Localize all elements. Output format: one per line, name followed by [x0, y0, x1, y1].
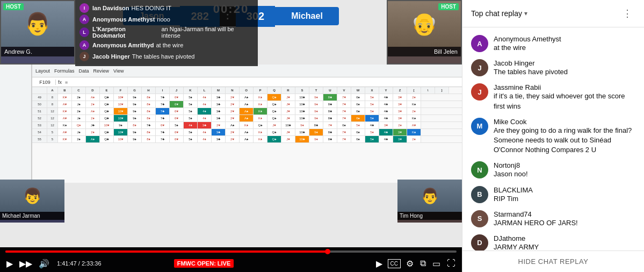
msg-content: Jacob Hinger The tables have pivoted — [494, 59, 635, 77]
progress-fill — [5, 250, 330, 253]
time-elapsed: 1:41:47 / 2:33:36 — [57, 260, 102, 267]
captions-button[interactable]: CC — [388, 259, 401, 268]
msg-content: Jassmine Rabii if it's a tie, they said … — [494, 83, 635, 111]
msg-name: Jacob Hinger — [494, 59, 635, 67]
chat-header: Top chat replay ▾ ⋮ — [462, 0, 644, 27]
msg-avatar: J — [471, 59, 488, 76]
video-controls: ▶ ▶▶ 🔊 1:41:47 / 2:33:36 FMWC OPEN: LIVE… — [0, 247, 462, 272]
cam-bottom-right: 👨 Tim Hong — [397, 180, 462, 223]
progress-bar[interactable] — [5, 250, 457, 253]
msg-text: at the wire — [494, 43, 635, 53]
video-chat-overlay: I Ian Davidson HES DOING IT A Anonymous … — [75, 0, 258, 66]
msg-name: Starmand74 — [494, 210, 635, 218]
msg-avatar: M — [471, 118, 488, 135]
play-button[interactable]: ▶ — [5, 257, 14, 270]
msg-name: Jassmine Rabii — [494, 83, 635, 91]
fullscreen-button[interactable]: ⛶ — [446, 257, 457, 269]
settings-button[interactable]: ⚙ — [405, 257, 415, 270]
msg-text: JARMAN HERO OF JARS! — [494, 218, 635, 228]
video-chat-item: A Anonymous Amrithyd at the wire — [79, 40, 254, 50]
video-chat-item: A Anonymous Amethyst nooo — [79, 15, 254, 24]
cam-right: HOST 👴 Bill Jelen — [387, 0, 462, 65]
msg-name: DJathome — [494, 234, 635, 242]
msg-name: BLACKLIMA — [494, 186, 635, 194]
miniplayer-button[interactable]: ⧉ — [419, 257, 427, 269]
chat-message-item: M Mike Cook Are they going to do a ring … — [462, 114, 644, 159]
chat-message-item: N Nortonj8 Jason noo! — [462, 158, 644, 182]
msg-avatar: J — [471, 83, 488, 101]
msg-text: The tables have pivoted — [494, 67, 635, 77]
cam-left: HOST 👨 Andrew G. — [0, 0, 75, 65]
player-right-name: Michael — [275, 7, 339, 25]
sheet-toolbar: Layout Formulas Data Review View — [32, 65, 462, 77]
video-chat-item: J Jacob Hinger The tables have pivoted — [79, 52, 254, 61]
chat-footer: HIDE CHAT REPLAY — [462, 250, 644, 272]
msg-text: Are they going to do a ring walk for the… — [494, 126, 635, 155]
msg-avatar: B — [471, 186, 488, 203]
msg-content: Starmand74 JARMAN HERO OF JARS! — [494, 210, 635, 228]
chat-message-item: D DJathome JARMY ARMY — [462, 231, 644, 250]
video-main: 49505152535455 Layout Formulas Data Revi… — [0, 0, 462, 247]
progress-dot — [325, 249, 330, 254]
msg-text: RIP Tim — [494, 194, 635, 204]
chat-messages[interactable]: A Anonymous Amethyst at the wire J Jacob… — [462, 27, 644, 250]
chat-message-item: A Anonymous Amethyst at the wire — [462, 32, 644, 56]
spreadsheet-main: ABCDEFGHIJKLMNOPQRSTUVWXYZ[\]498K♥2♠A♦Q♣… — [32, 87, 462, 183]
controls-right: ▶ CC ⚙ ⧉ ▭ ⛶ — [375, 257, 457, 270]
msg-avatar: N — [471, 161, 488, 178]
msg-text: Jason noo! — [494, 169, 635, 179]
volume-button[interactable]: 🔊 — [38, 257, 50, 270]
chat-chevron-icon[interactable]: ▾ — [524, 10, 527, 17]
cam-bottom-left-name: Michael Jarman — [0, 212, 64, 220]
msg-name: Anonymous Amethyst — [494, 35, 635, 43]
live-badge: FMWC OPEN: LIVE — [174, 259, 234, 268]
formula-bar: F109 fx = — [32, 77, 462, 87]
msg-text: if it's a tie, they said whoever got the… — [494, 91, 635, 111]
msg-avatar: D — [471, 234, 488, 250]
chat-message-item: B BLACKLIMA RIP Tim — [462, 183, 644, 207]
chat-title: Top chat replay — [471, 9, 522, 18]
msg-avatar: A — [471, 35, 488, 52]
chat-message-item: J Jacob Hinger The tables have pivoted — [462, 56, 644, 80]
cam-bottom-right-icon: 👨 — [397, 180, 462, 212]
msg-content: DJathome JARMY ARMY — [494, 234, 635, 250]
autoplay-button[interactable]: ▶ — [375, 257, 383, 270]
cam-bottom-right-name: Tim Hong — [397, 212, 462, 220]
video-chat-item: L L'Karpetron Dookmarlot an Ngai-Jarman … — [79, 26, 254, 39]
video-player: 49505152535455 Layout Formulas Data Revi… — [0, 0, 462, 272]
chat-message-item: S Starmand74 JARMAN HERO OF JARS! — [462, 207, 644, 231]
host-badge-right: HOST — [438, 3, 459, 10]
host-badge-left: HOST — [3, 3, 24, 10]
msg-name: Mike Cook — [494, 118, 635, 126]
msg-name: Nortonj8 — [494, 161, 635, 169]
hide-chat-button[interactable]: HIDE CHAT REPLAY — [518, 257, 589, 266]
theater-button[interactable]: ▭ — [431, 257, 442, 270]
cam-name-right: Bill Jelen — [388, 47, 461, 56]
msg-content: Mike Cook Are they going to do a ring wa… — [494, 118, 635, 155]
skip-button[interactable]: ▶▶ — [18, 257, 33, 270]
msg-avatar: S — [471, 210, 488, 227]
cam-bottom-left-icon: 👦 — [0, 180, 64, 212]
cam-name-left: Andrew G. — [1, 47, 74, 56]
video-chat-item: I Ian Davidson HES DOING IT — [79, 3, 254, 13]
chat-title-group: Top chat replay ▾ — [471, 9, 527, 18]
msg-content: Anonymous Amethyst at the wire — [494, 35, 635, 53]
chat-panel: Top chat replay ▾ ⋮ A Anonymous Amethyst… — [462, 0, 644, 272]
msg-content: Nortonj8 Jason noo! — [494, 161, 635, 179]
cam-bottom-left: 👦 Michael Jarman — [0, 180, 64, 223]
chat-message-item: J Jassmine Rabii if it's a tie, they sai… — [462, 80, 644, 114]
controls-row: ▶ ▶▶ 🔊 1:41:47 / 2:33:36 FMWC OPEN: LIVE… — [5, 255, 457, 272]
chat-more-button[interactable]: ⋮ — [619, 6, 635, 20]
msg-text: JARMY ARMY — [494, 242, 635, 250]
msg-content: BLACKLIMA RIP Tim — [494, 186, 635, 204]
